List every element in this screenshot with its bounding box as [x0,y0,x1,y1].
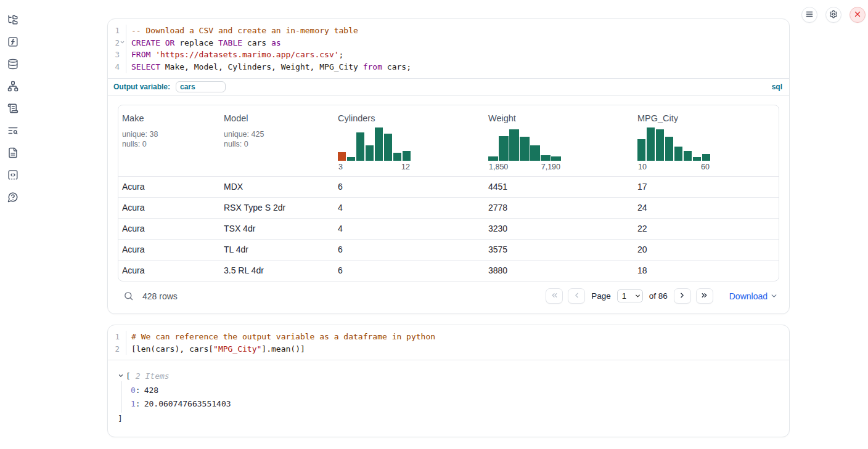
code-token: ].mean()] [261,344,305,354]
first-page-button[interactable] [546,288,563,304]
code-content: CREATE OR replace TABLE cars as [126,37,281,49]
code-token: OR [165,38,175,47]
sql-output: Makeunique: 38nulls: 0Modelunique: 425nu… [108,96,789,313]
table-cell: Acura [118,219,220,239]
documentation-icon[interactable] [7,147,18,158]
table-row: Acura3.5 RL 4dr6388018 [118,260,779,281]
histogram-bar [702,154,710,161]
prev-page-button[interactable] [568,288,585,304]
python-output: [ 2 Items 0:4281:20.060747663551403 ] [108,360,789,437]
table-row: AcuraMDX6445117 [118,176,779,197]
next-page-button[interactable] [674,288,691,304]
line-number: 3 [108,49,126,61]
code-content: [len(cars), cars["MPG_City"].mean()] [126,343,305,355]
table-cell: Acura [118,240,220,260]
code-token: CREATE [131,38,160,47]
histogram-bar [393,153,401,161]
table-cell: MDX [220,177,334,197]
database-icon[interactable] [7,59,18,70]
histogram-bar [403,151,411,161]
shutdown-button[interactable] [850,7,866,23]
table-cell: 17 [634,177,779,197]
histogram-bar [647,127,655,161]
code-token: 'https://datasets.marimo.app/cars.csv' [155,50,338,59]
download-button[interactable]: Download [729,291,778,301]
table-cell: 3.5 RL 4dr [220,261,334,281]
chevrons-left-icon [551,291,559,301]
axis-max-label: 7,190 [541,163,560,171]
snippets-icon[interactable] [7,169,18,180]
python-editor[interactable]: 1# We can reference the output variable … [108,325,789,360]
page-select[interactable]: 1 [617,289,643,302]
line-number: 2 [108,343,126,355]
table-cell: Acura [118,177,220,197]
sql-editor[interactable]: 1-- Download a CSV and create an in-memo… [108,19,789,78]
table-header-row: Makeunique: 38nulls: 0Modelunique: 425nu… [118,105,779,176]
table-cell: 18 [634,261,779,281]
search-icon[interactable] [123,291,134,301]
table-cell: RSX Type S 2dr [220,198,334,218]
table-cell: 6 [334,261,485,281]
column-stats: unique: 425nulls: 0 [224,129,329,149]
column-stat-line: unique: 38 [122,129,215,139]
histogram-bar [338,152,346,161]
last-page-button[interactable] [696,288,713,304]
output-variable-input[interactable] [176,81,226,92]
column-header-cylinders[interactable]: Cylinders312 [334,105,485,176]
column-stat-line: nulls: 0 [224,139,329,149]
open-bracket: [ [126,371,131,381]
column-histogram: 1,8507,190 [488,127,561,171]
histogram-bar [347,157,355,161]
code-token: Make, Model, Cylinders, Weight, MPG_City [160,62,363,71]
histogram-bar [488,156,498,161]
tree-root-row: [ 2 Items [118,370,779,381]
items-count-label: 2 Items [136,371,170,381]
axis-min-label: 1,850 [489,163,508,171]
notebook-actions [801,7,866,23]
logs-scroll-icon[interactable] [7,103,18,114]
histogram-bar [520,137,530,161]
line-number: 4 [108,61,126,73]
table-cell: 3230 [485,219,634,239]
gear-icon [829,10,838,20]
helper-panel-sidebar [0,0,26,449]
column-header-mpg_city[interactable]: MPG_City1060 [634,105,779,176]
chevron-down-icon [770,292,778,300]
code-token [160,38,165,47]
menu-button[interactable] [801,7,817,23]
column-header-weight[interactable]: Weight1,8507,190 [485,105,634,176]
table-cell: 4 [334,198,485,218]
column-name: MPG_City [637,113,774,123]
close-bracket: ] [118,413,779,424]
column-header-model[interactable]: Modelunique: 425nulls: 0 [220,105,334,176]
code-token: FROM [131,50,150,59]
histogram-bar [684,151,692,161]
settings-button[interactable] [825,7,841,23]
code-line: 2[len(cars), cars["MPG_City"].mean()] [108,343,789,355]
help-chat-icon[interactable] [7,192,18,203]
tree-collapse-icon[interactable] [118,373,124,379]
fold-chevron-icon[interactable] [120,39,125,45]
code-line: 4SELECT Make, Model, Cylinders, Weight, … [108,61,789,73]
code-token: as [271,38,281,47]
code-token [150,50,155,59]
code-line: 1# We can reference the output variable … [108,331,789,343]
file-tree-icon[interactable] [7,14,18,25]
output-variable-row: Output variable: sql [108,78,789,96]
histogram-bar [366,145,374,161]
tree-entry: 0:428 [122,384,779,397]
search-logs-icon[interactable] [7,125,18,136]
line-number: 1 [108,331,126,343]
histogram-bar [541,155,551,161]
column-header-make[interactable]: Makeunique: 38nulls: 0 [118,105,220,176]
code-token: cars [242,38,271,47]
line-number: 1 [108,25,126,37]
code-token: "MPG_City" [213,344,261,354]
histogram-bar [499,136,509,161]
code-token: ; [339,50,344,59]
axis-min-label: 10 [638,163,647,171]
row-count-label: 428 rows [142,291,178,301]
download-label: Download [729,291,768,301]
variables-icon[interactable] [7,36,18,47]
dependency-graph-icon[interactable] [7,81,18,92]
